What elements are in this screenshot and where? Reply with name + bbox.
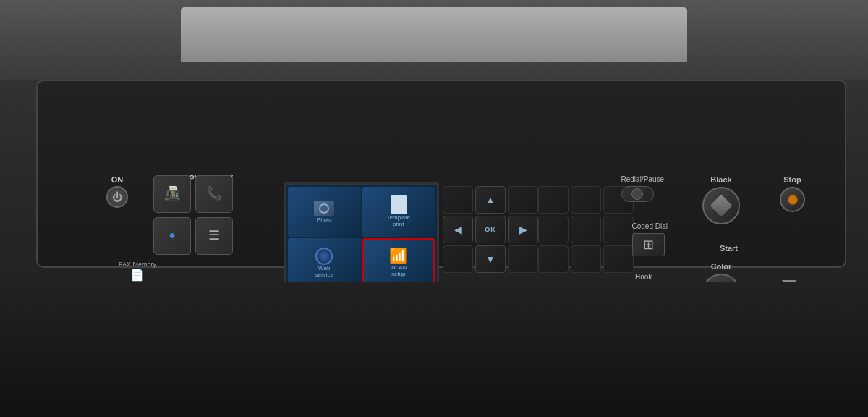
redial-area: Redial/Pause [621,175,664,202]
web-service-icon [315,248,333,265]
lcd-photo-label: Photo [317,216,332,223]
template-icon [391,195,407,214]
lcd-photo-item[interactable]: Photo [288,187,361,237]
menu-icon: ☰ [208,227,220,243]
scan-button[interactable]: ● [153,217,191,255]
paper-tray-top [181,7,687,62]
lcd-template-label: Templateprint [387,214,410,227]
wlan-waves: 📶 [389,247,407,264]
nav-ok-button[interactable]: OK [475,216,506,243]
black-start-button[interactable] [702,187,740,224]
hook-label: Hook [635,273,668,281]
lcd-wlan-label: WLANsetup [390,264,407,277]
coded-dial-icon: ⊞ [643,237,654,253]
printer-top [0,0,868,80]
fax-button[interactable]: 📞 [195,175,233,213]
navigation-grid: ▲ ◀ OK ▶ ▼ [443,186,538,273]
nav-empty-tr [508,186,538,214]
extra-btn-2[interactable] [571,186,601,214]
on-button-area: ON [106,175,128,208]
lcd-inner: Photo Templateprint Webservice 📶 [286,185,437,290]
extra-btn-5[interactable] [571,216,601,243]
bottom-section: 📶 Canon MX922 🖨 FINE [0,282,868,417]
redial-button-inner [631,188,643,200]
stop-button-area: Stop [780,175,805,212]
power-button[interactable] [106,186,128,208]
printer-body: ON COPY FAX FAX Memory 📄 📠 📞 ● [0,0,868,417]
color-label: Color [702,262,740,271]
coded-dial-label: Coded Dial [632,222,668,230]
control-panel: ON COPY FAX FAX Memory 📄 📠 📞 ● [36,80,846,268]
lcd-template-item[interactable]: Templateprint [362,187,435,237]
wlan-icon: 📶 [390,248,407,264]
scan-icon: ● [169,229,176,242]
stop-label: Stop [780,175,805,184]
lcd-webservice-item[interactable]: Webservice [288,238,361,288]
nav-left-button[interactable]: ◀ [443,216,473,243]
extra-buttons-grid [538,186,634,273]
coded-dial-button[interactable]: ⊞ [632,233,665,256]
redial-pause-label: Redial/Pause [621,175,664,183]
start-label: Start [720,244,738,253]
extra-btn-4[interactable] [538,216,569,243]
nav-down-button[interactable]: ▼ [475,245,506,273]
black-button-area: Black [702,175,740,224]
nav-empty-br [508,245,538,273]
redial-pause-button[interactable] [621,186,654,202]
stop-button[interactable] [780,187,805,212]
copy-icon: 📠 [164,185,180,201]
on-label: ON [111,175,124,184]
nav-right-button[interactable]: ▶ [508,216,538,243]
menu-button[interactable]: ☰ [195,217,233,255]
stop-button-inner [788,195,798,205]
function-buttons-grid: 📠 📞 ● ☰ [153,175,235,299]
extra-btn-8[interactable] [571,245,601,273]
fax-icon: 📞 [206,185,222,201]
black-diamond-icon [710,194,732,216]
extra-btn-7[interactable] [538,245,569,273]
fax-memory-label: FAX Memory 📄 [119,261,156,282]
copy-button[interactable]: 📠 [153,175,191,213]
lcd-wlan-item[interactable]: 📶 WLANsetup [362,238,435,288]
extra-btn-6[interactable] [603,216,634,243]
nav-empty-bl [443,245,473,273]
extra-btn-9[interactable] [603,245,634,273]
extra-btn-1[interactable] [538,186,569,214]
coded-dial-area: Coded Dial ⊞ [632,222,668,256]
nav-up-button[interactable]: ▲ [475,186,506,214]
start-label-area: Start [720,244,738,253]
black-label: Black [702,175,740,184]
photo-icon [314,201,334,216]
nav-empty-tl [443,186,473,214]
lcd-webservice-label: Webservice [315,265,333,278]
